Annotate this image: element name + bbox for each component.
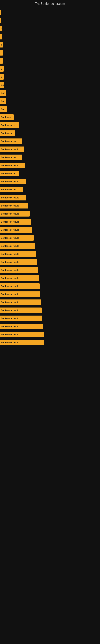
bar-row: B bbox=[0, 73, 100, 81]
bar-label: Bottleneck result bbox=[1, 277, 19, 279]
bar-label: Bottleneck resu bbox=[1, 156, 17, 158]
bar: Bottleneck result bbox=[0, 275, 39, 281]
bar-row: Bottleneck bbox=[0, 130, 100, 137]
bar-label: Bottleneck result bbox=[1, 228, 19, 231]
bar-row: F bbox=[0, 33, 100, 40]
bar: Bottleneck result bbox=[0, 259, 37, 265]
bar-label: Bott bbox=[1, 92, 5, 94]
bar: Bottleneck result bbox=[0, 211, 30, 216]
bar-row: Bottleneck result bbox=[0, 250, 100, 258]
bar-row: Bottleneck result bbox=[0, 298, 100, 306]
bar-label: Bottleneck resu bbox=[1, 140, 17, 142]
bar: Bottleneck result bbox=[0, 316, 42, 321]
bar-label: Bottleneck result bbox=[1, 212, 19, 215]
bar: Bott bbox=[0, 98, 6, 104]
bar-label: Bottleneck result bbox=[1, 164, 19, 167]
bar-row: Bottleneck result bbox=[0, 242, 100, 250]
bar-row: Bottleneck result bbox=[0, 331, 100, 338]
bar: Bottleneck result bbox=[0, 227, 32, 233]
bar-row: Bottleneck result bbox=[0, 274, 100, 282]
bar: Bottleneck resu bbox=[0, 138, 22, 144]
bar: Bottleneck result bbox=[0, 235, 34, 241]
bar: Bottleneck resu bbox=[0, 154, 22, 160]
bar: Bottleneck result bbox=[0, 292, 40, 297]
bar-row bbox=[0, 17, 100, 24]
bar-label: Bottleneck result bbox=[1, 253, 19, 255]
bar: Bottleneck result bbox=[0, 219, 31, 224]
bar-row: Bott bbox=[0, 97, 100, 105]
bar: Bottleneck result bbox=[0, 251, 36, 257]
bar-row: Bottleneck result bbox=[0, 218, 100, 226]
bar: B bbox=[0, 74, 3, 80]
bar-label: Bottleneck result bbox=[1, 285, 19, 288]
bar-row: Bottleneck result bbox=[0, 194, 100, 202]
bar-label: B bbox=[1, 76, 2, 78]
bar-row: Bottleneck result bbox=[0, 162, 100, 169]
bar: Bottleneck result bbox=[0, 283, 40, 289]
bar-label: Bott bbox=[1, 100, 5, 102]
bar-label: F bbox=[1, 36, 2, 38]
site-title-text: TheBottlenecker.com bbox=[0, 0, 100, 7]
bar-label: Bottleneck result bbox=[1, 269, 19, 271]
bar: F bbox=[0, 58, 3, 64]
bar: Bottleneck resu bbox=[0, 187, 23, 192]
bar-label: B bbox=[1, 68, 2, 70]
bar: Bottleneck bbox=[0, 130, 15, 136]
bar-row: Bottleneck result bbox=[0, 226, 100, 234]
bar: Bottlenec bbox=[0, 114, 14, 120]
bar: Bottleneck result bbox=[0, 243, 35, 249]
bar-row: Bottleneck resu bbox=[0, 186, 100, 194]
bar-label: F bbox=[1, 60, 2, 62]
bar: Bottleneck result bbox=[0, 203, 28, 208]
bar-label: Bottleneck result bbox=[1, 220, 19, 223]
bar: Bo bbox=[0, 82, 4, 88]
bar-label: F bbox=[1, 27, 2, 30]
bar-label: Bottleneck result bbox=[1, 261, 19, 263]
bar-label: Bottleneck result bbox=[1, 317, 19, 320]
bar-label: Bottleneck result bbox=[1, 301, 19, 304]
bar-label: Bottleneck result bbox=[1, 180, 19, 183]
bar-row: Bottleneck result bbox=[0, 339, 100, 346]
bar-label: Bottleneck result bbox=[1, 341, 19, 344]
bar-row: B bbox=[0, 65, 100, 73]
bar-row: Bo bbox=[0, 81, 100, 89]
bar-row: Bottleneck result bbox=[0, 146, 100, 153]
bar: F bbox=[0, 26, 2, 32]
bar bbox=[0, 18, 1, 23]
bar: F bbox=[0, 50, 3, 56]
bar-row: Bottleneck result bbox=[0, 210, 100, 218]
bar-label: Bottleneck resu bbox=[1, 188, 17, 191]
bar: Bottleneck result bbox=[0, 308, 42, 313]
bar-row: Bott bbox=[0, 89, 100, 97]
bar-row: Bottleneck re bbox=[0, 121, 100, 129]
bar-label: Bo bbox=[1, 84, 4, 86]
bar-label: Bottleneck result bbox=[1, 333, 19, 336]
bar-label: B bbox=[1, 44, 2, 46]
bar-label: Bottlenec bbox=[1, 116, 11, 118]
bar: B bbox=[0, 42, 3, 48]
bar-label: Bottleneck result bbox=[1, 293, 19, 296]
bar-label: Bottleneck re bbox=[1, 124, 15, 126]
bar-row: Bottleneck result bbox=[0, 258, 100, 266]
bar-label: Bottleneck result bbox=[1, 204, 19, 207]
bar-label: F bbox=[1, 52, 2, 54]
bar-label: Bottleneck re bbox=[1, 172, 15, 175]
bar: Bottleneck result bbox=[0, 340, 44, 345]
bar-label: Bottleneck result bbox=[1, 196, 19, 199]
bar: Bottleneck result bbox=[0, 300, 41, 305]
bar-row: Bottleneck result bbox=[0, 290, 100, 298]
bar-row: F bbox=[0, 25, 100, 32]
bar-row bbox=[0, 9, 100, 16]
bar-label: Bottleneck bbox=[1, 132, 12, 134]
bar: Bottleneck result bbox=[0, 267, 38, 273]
bar: Bottleneck re bbox=[0, 122, 19, 128]
bar: Bottleneck result bbox=[0, 195, 26, 200]
bar-row: Bott bbox=[0, 105, 100, 113]
bar-row: Bottleneck result bbox=[0, 202, 100, 210]
bar-row: Bottlenec bbox=[0, 113, 100, 121]
bar-row: Bottleneck re bbox=[0, 170, 100, 177]
bar-label: Bottleneck result bbox=[1, 245, 19, 247]
bar-row: F bbox=[0, 57, 100, 64]
bars-container: FFBFFBBBoBottBottBottBottlenecBottleneck… bbox=[0, 7, 100, 349]
bar: Bottleneck result bbox=[0, 324, 43, 329]
